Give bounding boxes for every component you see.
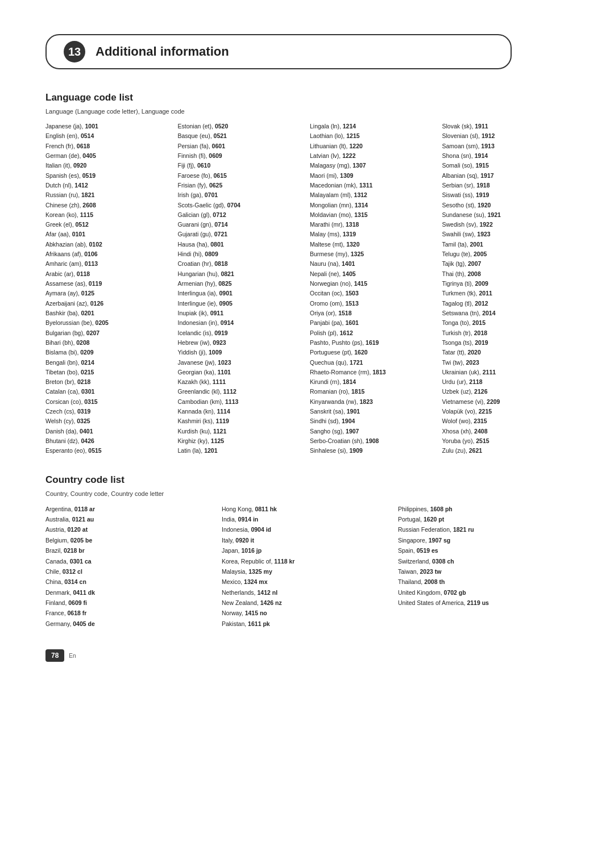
lang-entry: Kashmiri (ks), 1119 — [178, 416, 305, 426]
lang-entry: Danish (da), 0401 — [45, 427, 172, 436]
lang-entry: Bihari (bh), 0208 — [45, 338, 172, 348]
lang-entry: Portuguese (pt), 1620 — [310, 348, 437, 357]
lang-entry: Sindhi (sd), 1904 — [310, 416, 437, 426]
lang-entry: Serbo-Croatian (sh), 1908 — [310, 436, 437, 446]
lang-entry: Rhaeto-Romance (rm), 1813 — [310, 368, 437, 377]
lang-column-1: Estonian (et), 0520Basque (eu), 0521Pers… — [178, 122, 305, 456]
lang-entry: Gujarati (gu), 0721 — [178, 229, 305, 239]
lang-entry: Twi (tw), 2023 — [442, 358, 569, 368]
lang-entry: Nepali (ne), 1405 — [310, 269, 437, 279]
lang-entry: Breton (br), 0218 — [45, 377, 172, 387]
lang-entry: Swahili (sw), 1923 — [442, 229, 569, 239]
lang-entry: Sesotho (st), 1920 — [442, 201, 569, 210]
lang-entry: Kirundi (rn), 1814 — [310, 377, 437, 387]
lang-entry: Somali (so), 1915 — [442, 161, 569, 170]
country-section-title: Country code list — [45, 474, 569, 486]
lang-entry: Lithuanian (lt), 1220 — [310, 141, 437, 151]
country-code-columns: Argentina, 0118 arAustralia, 0121 auAust… — [45, 504, 569, 629]
lang-entry: French (fr), 0618 — [45, 141, 172, 151]
lang-entry: Inupiak (ik), 0911 — [178, 308, 305, 318]
country-entry: United States of America, 2119 us — [398, 598, 569, 608]
country-entry: Portugal, 1620 pt — [398, 514, 569, 524]
country-entry: Netherlands, 1412 nl — [222, 587, 392, 598]
lang-entry: Occitan (oc), 1503 — [310, 289, 437, 298]
country-entry: New Zealand, 1426 nz — [222, 598, 392, 608]
lang-entry: Hebrew (iw), 0923 — [178, 338, 305, 348]
country-entry: Korea, Republic of, 1118 kr — [222, 556, 392, 566]
lang-entry: Wolof (wo), 2315 — [442, 416, 569, 426]
lang-entry: Russian (ru), 1821 — [45, 190, 172, 200]
country-entry: Canada, 0301 ca — [45, 556, 216, 566]
lang-entry: Norwegian (no), 1415 — [310, 279, 437, 289]
country-entry: Italy, 0920 it — [222, 535, 392, 545]
chapter-header: 13 Additional information — [45, 34, 512, 69]
lang-entry: Malagasy (mg), 1307 — [310, 161, 437, 170]
lang-entry: Hungarian (hu), 0821 — [178, 269, 305, 279]
lang-entry: Ukrainian (uk), 2111 — [442, 368, 569, 377]
country-entry: Taiwan, 2023 tw — [398, 566, 569, 577]
lang-entry: English (en), 0514 — [45, 131, 172, 141]
lang-entry: Oriya (or), 1518 — [310, 308, 437, 318]
lang-entry: Romanian (ro), 1815 — [310, 387, 437, 397]
lang-entry: Moldavian (mo), 1315 — [310, 210, 437, 220]
lang-entry: Vietnamese (vi), 2209 — [442, 397, 569, 407]
country-entry: Russian Federation, 1821 ru — [398, 524, 569, 535]
lang-entry: Cambodian (km), 1113 — [178, 397, 305, 407]
lang-entry: Marathi (mr), 1318 — [310, 220, 437, 229]
lang-entry: Serbian (sr), 1918 — [442, 181, 569, 190]
lang-entry: Javanese (jw), 1023 — [178, 358, 305, 368]
lang-entry: Kannada (kn), 1114 — [178, 407, 305, 416]
country-entry: Finland, 0609 fi — [45, 598, 216, 608]
country-entry: Philippines, 1608 ph — [398, 504, 569, 514]
chapter-number: 13 — [64, 41, 85, 62]
lang-entry: Shona (sn), 1914 — [442, 151, 569, 161]
country-entry: Thailand, 2008 th — [398, 577, 569, 587]
lang-entry: Afrikaans (af), 0106 — [45, 249, 172, 259]
lang-entry: Setswana (tn), 2014 — [442, 308, 569, 318]
country-entry: Switzerland, 0308 ch — [398, 556, 569, 566]
country-entry: Brazil, 0218 br — [45, 545, 216, 556]
lang-entry: Kazakh (kk), 1111 — [178, 377, 305, 387]
lang-entry: Scots-Gaelic (gd), 0704 — [178, 201, 305, 210]
lang-entry: Malayalam (ml), 1312 — [310, 190, 437, 200]
lang-entry: Basque (eu), 0521 — [178, 131, 305, 141]
country-entry: Chile, 0312 cl — [45, 566, 216, 577]
lang-entry: Italian (it), 0920 — [45, 161, 172, 170]
lang-entry: Chinese (zh), 2608 — [45, 201, 172, 210]
page-footer: 78 En — [45, 649, 569, 662]
lang-entry: Frisian (fy), 0625 — [178, 181, 305, 190]
country-entry: Norway, 1415 no — [222, 608, 392, 618]
lang-entry: Tatar (tt), 2020 — [442, 348, 569, 357]
country-entry: Japan, 1016 jp — [222, 545, 392, 556]
lang-entry: Tamil (ta), 2001 — [442, 240, 569, 249]
lang-entry: Tibetan (bo), 0215 — [45, 368, 172, 377]
lang-entry: Esperanto (eo), 0515 — [45, 446, 172, 456]
lang-entry: Interlingua (ia), 0901 — [178, 289, 305, 298]
country-entry: Belgium, 0205 be — [45, 535, 216, 545]
lang-entry: Spanish (es), 0519 — [45, 171, 172, 181]
lang-entry: Indonesian (in), 0914 — [178, 318, 305, 328]
lang-entry: Sinhalese (si), 1909 — [310, 446, 437, 456]
lang-entry: Maltese (mt), 1320 — [310, 240, 437, 249]
lang-entry: Guarani (gn), 0714 — [178, 220, 305, 229]
lang-entry: Siswati (ss), 1919 — [442, 190, 569, 200]
lang-entry: Panjabi (pa), 1601 — [310, 318, 437, 328]
lang-column-0: Japanese (ja), 1001English (en), 0514Fre… — [45, 122, 172, 456]
lang-entry: Laothian (lo), 1215 — [310, 131, 437, 141]
lang-entry: Bengali (bn), 0214 — [45, 358, 172, 368]
country-entry: Germany, 0405 de — [45, 619, 216, 629]
lang-entry: Amharic (am), 0113 — [45, 259, 172, 269]
country-column-2: Philippines, 1608 phPortugal, 1620 ptRus… — [398, 504, 569, 629]
country-entry: China, 0314 cn — [45, 577, 216, 587]
lang-entry: Arabic (ar), 0118 — [45, 269, 172, 279]
lang-column-2: Lingala (ln), 1214Laothian (lo), 1215Lit… — [310, 122, 437, 456]
lang-entry: Tonga (to), 2015 — [442, 318, 569, 328]
language-section-subtitle: Language (Language code letter), Languag… — [45, 108, 569, 115]
country-entry: Hong Kong, 0811 hk — [222, 504, 392, 514]
lang-entry: Bhutani (dz), 0426 — [45, 436, 172, 446]
lang-entry: Bislama (bi), 0209 — [45, 348, 172, 357]
lang-entry: Abkhazian (ab), 0102 — [45, 240, 172, 249]
country-entry: Denmark, 0411 dk — [45, 587, 216, 598]
lang-entry: Kinyarwanda (rw), 1823 — [310, 397, 437, 407]
lang-entry: Nauru (na), 1401 — [310, 259, 437, 269]
